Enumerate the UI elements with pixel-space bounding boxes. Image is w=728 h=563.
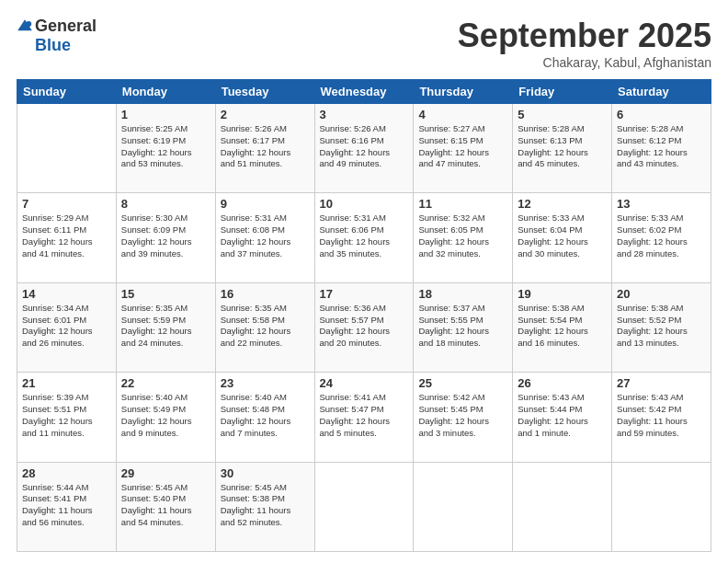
day-number: 18 <box>418 287 507 301</box>
col-monday: Monday <box>116 80 215 104</box>
day-number: 26 <box>518 376 607 390</box>
day-info: Sunrise: 5:34 AM Sunset: 6:01 PM Dayligh… <box>22 303 111 350</box>
calendar-cell: 13Sunrise: 5:33 AM Sunset: 6:02 PM Dayli… <box>612 193 711 282</box>
calendar-cell: 19Sunrise: 5:38 AM Sunset: 5:54 PM Dayli… <box>513 282 612 372</box>
day-info: Sunrise: 5:27 AM Sunset: 6:15 PM Dayligh… <box>418 123 507 170</box>
calendar-cell: 30Sunrise: 5:45 AM Sunset: 5:38 PM Dayli… <box>215 462 314 551</box>
day-number: 4 <box>418 108 507 121</box>
week-row-5: 28Sunrise: 5:44 AM Sunset: 5:41 PM Dayli… <box>17 462 711 551</box>
day-info: Sunrise: 5:25 AM Sunset: 6:19 PM Dayligh… <box>121 123 210 170</box>
day-number: 15 <box>121 287 210 301</box>
day-info: Sunrise: 5:37 AM Sunset: 5:55 PM Dayligh… <box>418 303 507 350</box>
day-info: Sunrise: 5:40 AM Sunset: 5:48 PM Dayligh… <box>221 392 310 439</box>
day-number: 20 <box>617 287 706 301</box>
calendar-cell: 27Sunrise: 5:43 AM Sunset: 5:42 PM Dayli… <box>612 373 711 462</box>
day-number: 11 <box>418 197 507 211</box>
calendar-cell: 14Sunrise: 5:34 AM Sunset: 6:01 PM Dayli… <box>17 282 117 372</box>
day-info: Sunrise: 5:32 AM Sunset: 6:05 PM Dayligh… <box>418 213 507 259</box>
calendar-cell: 17Sunrise: 5:36 AM Sunset: 5:57 PM Dayli… <box>314 282 414 372</box>
day-info: Sunrise: 5:45 AM Sunset: 5:38 PM Dayligh… <box>221 482 310 529</box>
calendar-cell <box>414 462 513 551</box>
calendar-cell: 15Sunrise: 5:35 AM Sunset: 5:59 PM Dayli… <box>116 282 215 372</box>
calendar-cell: 10Sunrise: 5:31 AM Sunset: 6:06 PM Dayli… <box>314 193 414 282</box>
day-info: Sunrise: 5:28 AM Sunset: 6:13 PM Dayligh… <box>518 123 607 170</box>
day-number: 13 <box>617 197 706 211</box>
calendar-cell: 18Sunrise: 5:37 AM Sunset: 5:55 PM Dayli… <box>414 282 513 372</box>
title-area: September 2025 Chakaray, Kabul, Afghanis… <box>458 17 711 70</box>
col-thursday: Thursday <box>414 80 513 104</box>
calendar-cell <box>612 462 711 551</box>
day-number: 17 <box>320 287 409 301</box>
week-row-2: 7Sunrise: 5:29 AM Sunset: 6:11 PM Daylig… <box>17 193 711 282</box>
day-number: 10 <box>320 197 409 211</box>
day-info: Sunrise: 5:35 AM Sunset: 5:59 PM Dayligh… <box>121 303 210 350</box>
logo-icon <box>17 18 33 35</box>
day-info: Sunrise: 5:31 AM Sunset: 6:08 PM Dayligh… <box>221 213 310 259</box>
day-number: 28 <box>22 466 111 480</box>
day-number: 1 <box>121 108 210 121</box>
calendar-cell: 24Sunrise: 5:41 AM Sunset: 5:47 PM Dayli… <box>314 373 414 462</box>
day-info: Sunrise: 5:38 AM Sunset: 5:52 PM Dayligh… <box>617 303 706 350</box>
calendar-cell <box>513 462 612 551</box>
week-row-3: 14Sunrise: 5:34 AM Sunset: 6:01 PM Dayli… <box>17 282 711 372</box>
col-wednesday: Wednesday <box>314 80 414 104</box>
day-number: 25 <box>418 376 507 390</box>
day-number: 21 <box>22 376 111 390</box>
day-number: 30 <box>221 466 310 480</box>
day-number: 2 <box>221 108 310 121</box>
week-row-4: 21Sunrise: 5:39 AM Sunset: 5:51 PM Dayli… <box>17 373 711 462</box>
day-number: 8 <box>121 197 210 211</box>
calendar-cell: 28Sunrise: 5:44 AM Sunset: 5:41 PM Dayli… <box>17 462 117 551</box>
calendar-cell: 4Sunrise: 5:27 AM Sunset: 6:15 PM Daylig… <box>414 104 513 193</box>
day-info: Sunrise: 5:36 AM Sunset: 5:57 PM Dayligh… <box>320 303 409 350</box>
calendar-cell: 20Sunrise: 5:38 AM Sunset: 5:52 PM Dayli… <box>612 282 711 372</box>
calendar-cell: 29Sunrise: 5:45 AM Sunset: 5:40 PM Dayli… <box>116 462 215 551</box>
day-info: Sunrise: 5:31 AM Sunset: 6:06 PM Dayligh… <box>320 213 409 259</box>
logo-general: General <box>35 17 97 36</box>
day-number: 24 <box>320 376 409 390</box>
calendar-cell: 2Sunrise: 5:26 AM Sunset: 6:17 PM Daylig… <box>215 104 314 193</box>
calendar-cell: 16Sunrise: 5:35 AM Sunset: 5:58 PM Dayli… <box>215 282 314 372</box>
day-number: 6 <box>617 108 706 121</box>
day-info: Sunrise: 5:39 AM Sunset: 5:51 PM Dayligh… <box>22 392 111 439</box>
calendar-cell: 3Sunrise: 5:26 AM Sunset: 6:16 PM Daylig… <box>314 104 414 193</box>
calendar-cell: 21Sunrise: 5:39 AM Sunset: 5:51 PM Dayli… <box>17 373 117 462</box>
day-info: Sunrise: 5:33 AM Sunset: 6:02 PM Dayligh… <box>617 213 706 259</box>
header-row: Sunday Monday Tuesday Wednesday Thursday… <box>17 80 711 104</box>
day-info: Sunrise: 5:26 AM Sunset: 6:17 PM Dayligh… <box>221 123 310 170</box>
day-info: Sunrise: 5:26 AM Sunset: 6:16 PM Dayligh… <box>320 123 409 170</box>
logo: General Blue <box>17 17 97 55</box>
day-info: Sunrise: 5:40 AM Sunset: 5:49 PM Dayligh… <box>121 392 210 439</box>
calendar-cell: 12Sunrise: 5:33 AM Sunset: 6:04 PM Dayli… <box>513 193 612 282</box>
day-number: 29 <box>121 466 210 480</box>
calendar-cell: 1Sunrise: 5:25 AM Sunset: 6:19 PM Daylig… <box>116 104 215 193</box>
day-info: Sunrise: 5:29 AM Sunset: 6:11 PM Dayligh… <box>22 213 111 259</box>
calendar-table: Sunday Monday Tuesday Wednesday Thursday… <box>17 79 711 552</box>
svg-point-1 <box>26 21 31 27</box>
day-info: Sunrise: 5:43 AM Sunset: 5:42 PM Dayligh… <box>617 392 706 439</box>
calendar-cell: 7Sunrise: 5:29 AM Sunset: 6:11 PM Daylig… <box>17 193 117 282</box>
day-info: Sunrise: 5:41 AM Sunset: 5:47 PM Dayligh… <box>320 392 409 439</box>
day-info: Sunrise: 5:42 AM Sunset: 5:45 PM Dayligh… <box>418 392 507 439</box>
day-info: Sunrise: 5:33 AM Sunset: 6:04 PM Dayligh… <box>518 213 607 259</box>
page: General Blue September 2025 Chakaray, Ka… <box>0 0 728 563</box>
calendar-cell: 9Sunrise: 5:31 AM Sunset: 6:08 PM Daylig… <box>215 193 314 282</box>
col-friday: Friday <box>513 80 612 104</box>
day-info: Sunrise: 5:28 AM Sunset: 6:12 PM Dayligh… <box>617 123 706 170</box>
month-title: September 2025 <box>458 17 711 55</box>
calendar-cell: 6Sunrise: 5:28 AM Sunset: 6:12 PM Daylig… <box>612 104 711 193</box>
calendar-cell: 11Sunrise: 5:32 AM Sunset: 6:05 PM Dayli… <box>414 193 513 282</box>
day-number: 5 <box>518 108 607 121</box>
day-number: 23 <box>221 376 310 390</box>
day-number: 12 <box>518 197 607 211</box>
calendar-cell: 8Sunrise: 5:30 AM Sunset: 6:09 PM Daylig… <box>116 193 215 282</box>
col-tuesday: Tuesday <box>215 80 314 104</box>
day-number: 14 <box>22 287 111 301</box>
calendar-cell <box>17 104 117 193</box>
calendar-cell: 26Sunrise: 5:43 AM Sunset: 5:44 PM Dayli… <box>513 373 612 462</box>
day-info: Sunrise: 5:45 AM Sunset: 5:40 PM Dayligh… <box>121 482 210 529</box>
calendar-cell: 5Sunrise: 5:28 AM Sunset: 6:13 PM Daylig… <box>513 104 612 193</box>
day-number: 22 <box>121 376 210 390</box>
day-info: Sunrise: 5:38 AM Sunset: 5:54 PM Dayligh… <box>518 303 607 350</box>
day-info: Sunrise: 5:43 AM Sunset: 5:44 PM Dayligh… <box>518 392 607 439</box>
